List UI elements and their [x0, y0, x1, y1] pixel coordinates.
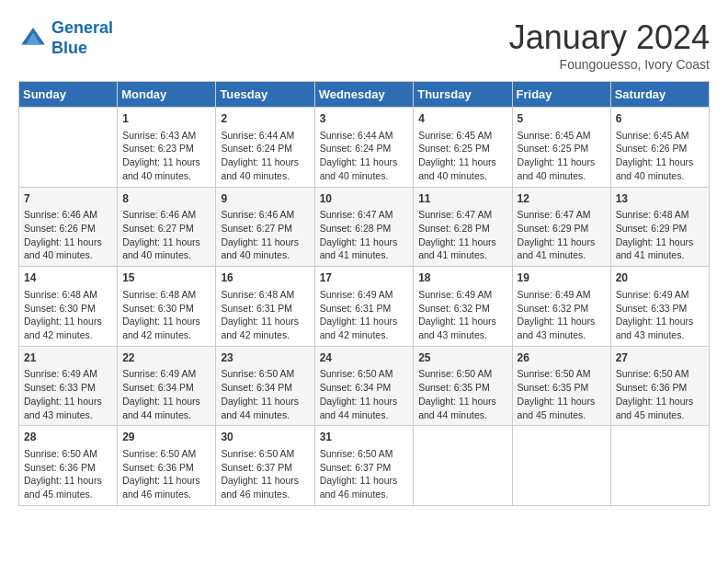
calendar-cell: 17Sunrise: 6:49 AMSunset: 6:31 PMDayligh…	[314, 267, 414, 347]
header-friday: Friday	[512, 82, 610, 108]
calendar-cell: 3Sunrise: 6:44 AMSunset: 6:24 PMDaylight…	[314, 108, 414, 188]
day-number: 12	[518, 191, 606, 207]
day-number: 24	[320, 350, 409, 366]
calendar-table: SundayMondayTuesdayWednesdayThursdayFrid…	[18, 81, 710, 506]
calendar-cell: 13Sunrise: 6:48 AMSunset: 6:29 PMDayligh…	[610, 187, 709, 267]
day-number: 9	[221, 191, 309, 207]
cell-content: Sunrise: 6:46 AMSunset: 6:26 PMDaylight:…	[24, 208, 112, 262]
calendar-cell: 5Sunrise: 6:45 AMSunset: 6:25 PMDaylight…	[512, 108, 610, 188]
calendar-cell: 8Sunrise: 6:46 AMSunset: 6:27 PMDaylight…	[118, 187, 216, 267]
logo-line1: General	[51, 18, 113, 37]
cell-content: Sunrise: 6:47 AMSunset: 6:29 PMDaylight:…	[518, 208, 606, 262]
cell-content: Sunrise: 6:48 AMSunset: 6:30 PMDaylight:…	[24, 288, 112, 342]
calendar-cell: 11Sunrise: 6:47 AMSunset: 6:28 PMDayligh…	[414, 187, 512, 267]
day-number: 31	[320, 430, 409, 445]
day-number: 4	[418, 111, 506, 127]
calendar-week-row: 7Sunrise: 6:46 AMSunset: 6:26 PMDaylight…	[19, 187, 710, 267]
cell-content: Sunrise: 6:44 AMSunset: 6:24 PMDaylight:…	[221, 129, 309, 183]
day-number: 29	[122, 430, 210, 445]
header-sunday: Sunday	[19, 82, 118, 108]
calendar-cell: 9Sunrise: 6:46 AMSunset: 6:27 PMDaylight…	[216, 187, 314, 267]
logo: General Blue	[18, 18, 113, 58]
cell-content: Sunrise: 6:48 AMSunset: 6:29 PMDaylight:…	[616, 208, 704, 262]
cell-content: Sunrise: 6:46 AMSunset: 6:27 PMDaylight:…	[221, 208, 309, 262]
header-saturday: Saturday	[610, 82, 709, 108]
calendar-cell: 20Sunrise: 6:49 AMSunset: 6:33 PMDayligh…	[610, 267, 709, 347]
cell-content: Sunrise: 6:49 AMSunset: 6:32 PMDaylight:…	[518, 288, 606, 342]
calendar-cell: 29Sunrise: 6:50 AMSunset: 6:36 PMDayligh…	[118, 426, 216, 506]
calendar-cell: 14Sunrise: 6:48 AMSunset: 6:30 PMDayligh…	[19, 267, 118, 347]
calendar-cell: 16Sunrise: 6:48 AMSunset: 6:31 PMDayligh…	[216, 267, 314, 347]
day-number: 27	[616, 350, 704, 366]
calendar-week-row: 14Sunrise: 6:48 AMSunset: 6:30 PMDayligh…	[19, 267, 710, 347]
day-number: 2	[221, 111, 309, 127]
day-number: 6	[616, 111, 704, 127]
day-number: 15	[122, 270, 210, 286]
header-monday: Monday	[118, 82, 216, 108]
location: Foungouesso, Ivory Coast	[509, 57, 710, 72]
calendar-cell: 22Sunrise: 6:49 AMSunset: 6:34 PMDayligh…	[118, 346, 216, 426]
day-number: 17	[320, 270, 409, 286]
header-tuesday: Tuesday	[216, 82, 314, 108]
calendar-cell: 7Sunrise: 6:46 AMSunset: 6:26 PMDaylight…	[19, 187, 118, 267]
day-number: 13	[616, 191, 704, 207]
cell-content: Sunrise: 6:46 AMSunset: 6:27 PMDaylight:…	[122, 208, 210, 262]
cell-content: Sunrise: 6:50 AMSunset: 6:34 PMDaylight:…	[221, 367, 309, 421]
cell-content: Sunrise: 6:49 AMSunset: 6:31 PMDaylight:…	[320, 288, 409, 342]
calendar-cell: 15Sunrise: 6:48 AMSunset: 6:30 PMDayligh…	[118, 267, 216, 347]
cell-content: Sunrise: 6:45 AMSunset: 6:25 PMDaylight:…	[518, 129, 606, 183]
day-number: 10	[320, 191, 409, 207]
header-thursday: Thursday	[414, 82, 512, 108]
calendar-cell: 19Sunrise: 6:49 AMSunset: 6:32 PMDayligh…	[512, 267, 610, 347]
day-number: 21	[24, 350, 112, 366]
day-number: 5	[518, 111, 606, 127]
page-header: General Blue January 2024 Foungouesso, I…	[18, 18, 710, 72]
logo-line2: Blue	[51, 39, 87, 57]
cell-content: Sunrise: 6:50 AMSunset: 6:35 PMDaylight:…	[418, 367, 506, 421]
calendar-cell: 21Sunrise: 6:49 AMSunset: 6:33 PMDayligh…	[19, 346, 118, 426]
calendar-cell	[610, 426, 709, 506]
day-number: 30	[221, 430, 309, 445]
calendar-header-row: SundayMondayTuesdayWednesdayThursdayFrid…	[19, 82, 710, 108]
day-number: 22	[122, 350, 210, 366]
calendar-cell: 26Sunrise: 6:50 AMSunset: 6:35 PMDayligh…	[512, 346, 610, 426]
calendar-cell: 27Sunrise: 6:50 AMSunset: 6:36 PMDayligh…	[610, 346, 709, 426]
cell-content: Sunrise: 6:44 AMSunset: 6:24 PMDaylight:…	[320, 129, 409, 183]
cell-content: Sunrise: 6:45 AMSunset: 6:25 PMDaylight:…	[418, 129, 506, 183]
title-area: January 2024 Foungouesso, Ivory Coast	[509, 18, 710, 72]
day-number: 26	[518, 350, 606, 366]
day-number: 8	[122, 191, 210, 207]
cell-content: Sunrise: 6:50 AMSunset: 6:36 PMDaylight:…	[616, 367, 704, 421]
logo-icon	[18, 24, 48, 53]
cell-content: Sunrise: 6:47 AMSunset: 6:28 PMDaylight:…	[320, 208, 409, 262]
calendar-cell: 24Sunrise: 6:50 AMSunset: 6:34 PMDayligh…	[314, 346, 414, 426]
calendar-cell: 10Sunrise: 6:47 AMSunset: 6:28 PMDayligh…	[314, 187, 414, 267]
day-number: 11	[418, 191, 506, 207]
header-wednesday: Wednesday	[314, 82, 414, 108]
cell-content: Sunrise: 6:49 AMSunset: 6:33 PMDaylight:…	[616, 288, 704, 342]
calendar-cell: 18Sunrise: 6:49 AMSunset: 6:32 PMDayligh…	[414, 267, 512, 347]
cell-content: Sunrise: 6:43 AMSunset: 6:23 PMDaylight:…	[122, 129, 210, 183]
cell-content: Sunrise: 6:48 AMSunset: 6:31 PMDaylight:…	[221, 288, 309, 342]
day-number: 28	[24, 430, 112, 445]
calendar-cell: 23Sunrise: 6:50 AMSunset: 6:34 PMDayligh…	[216, 346, 314, 426]
day-number: 23	[221, 350, 309, 366]
day-number: 16	[221, 270, 309, 286]
day-number: 20	[616, 270, 704, 286]
calendar-week-row: 1Sunrise: 6:43 AMSunset: 6:23 PMDaylight…	[19, 108, 710, 188]
cell-content: Sunrise: 6:50 AMSunset: 6:37 PMDaylight:…	[320, 447, 409, 501]
cell-content: Sunrise: 6:50 AMSunset: 6:37 PMDaylight:…	[221, 447, 309, 501]
calendar-cell: 28Sunrise: 6:50 AMSunset: 6:36 PMDayligh…	[19, 426, 118, 506]
cell-content: Sunrise: 6:50 AMSunset: 6:34 PMDaylight:…	[320, 367, 409, 421]
cell-content: Sunrise: 6:50 AMSunset: 6:36 PMDaylight:…	[122, 447, 210, 501]
calendar-cell: 6Sunrise: 6:45 AMSunset: 6:26 PMDaylight…	[610, 108, 709, 188]
day-number: 18	[418, 270, 506, 286]
cell-content: Sunrise: 6:49 AMSunset: 6:33 PMDaylight:…	[24, 367, 112, 421]
cell-content: Sunrise: 6:47 AMSunset: 6:28 PMDaylight:…	[418, 208, 506, 262]
day-number: 1	[122, 111, 210, 127]
logo-text: General Blue	[51, 18, 113, 58]
calendar-cell: 30Sunrise: 6:50 AMSunset: 6:37 PMDayligh…	[216, 426, 314, 506]
day-number: 25	[418, 350, 506, 366]
calendar-cell: 2Sunrise: 6:44 AMSunset: 6:24 PMDaylight…	[216, 108, 314, 188]
calendar-cell: 31Sunrise: 6:50 AMSunset: 6:37 PMDayligh…	[314, 426, 414, 506]
